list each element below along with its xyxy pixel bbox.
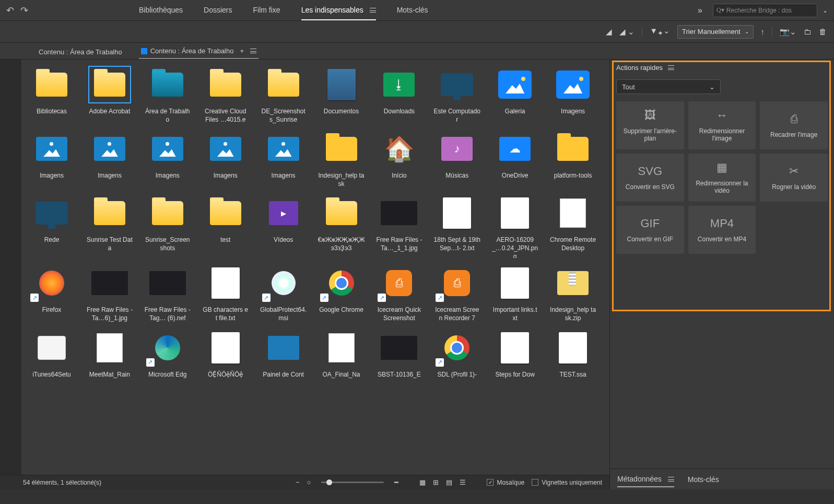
zoom-out-icon[interactable]: − xyxy=(296,478,300,486)
thumbnail[interactable]: ↗ xyxy=(147,330,188,366)
grid-item[interactable]: ÖỆÑÖệÑÖệ xyxy=(202,330,249,379)
grid-item[interactable]: Rede xyxy=(28,195,75,258)
sort-select[interactable]: Trier Manuellement ⌄ xyxy=(677,25,754,39)
quick-action-card[interactable]: ✂Rogner la vidéo xyxy=(760,154,828,202)
view-list-icon[interactable]: ☰ xyxy=(460,478,466,486)
thumbnail[interactable] xyxy=(321,67,362,102)
thumbnail[interactable]: ⭳ xyxy=(379,67,419,102)
thumbnail[interactable] xyxy=(263,67,304,102)
grid-item[interactable]: 🏠Início xyxy=(375,131,422,188)
more-tabs-icon[interactable]: » xyxy=(698,6,702,15)
thumbnail[interactable] xyxy=(437,67,477,102)
mosaic-checkbox[interactable]: Mosaïque xyxy=(487,479,524,486)
zoom-in-icon[interactable]: ━ xyxy=(394,478,398,486)
thumbnail[interactable] xyxy=(379,330,419,366)
forward-arrow-icon[interactable]: ↷ xyxy=(20,5,28,16)
grid-item[interactable]: Bibliotecas xyxy=(28,67,75,124)
thumbnail[interactable] xyxy=(205,265,246,301)
thumbnail[interactable]: ↗ xyxy=(321,265,362,301)
trash-icon[interactable]: 🗑 xyxy=(819,27,827,36)
thumbnail[interactable] xyxy=(495,195,535,231)
histogram-large-icon[interactable]: ◢ ⌄ xyxy=(619,27,635,37)
thumbnail[interactable] xyxy=(31,67,72,102)
quick-action-card[interactable]: ↔Redimensionner l'image xyxy=(688,101,756,149)
grid-item[interactable]: AERO-16209_…0.24_JPN.png xyxy=(491,195,538,258)
thumbnail[interactable] xyxy=(205,131,246,167)
tab-menu-icon[interactable] xyxy=(370,7,376,14)
grid-item[interactable]: platform-tools xyxy=(549,131,596,188)
grid-item[interactable]: Indesign_help task xyxy=(318,131,365,188)
grid-item[interactable]: ☁OneDrive xyxy=(491,131,538,188)
thumbnail[interactable] xyxy=(321,131,362,167)
thumbnail[interactable] xyxy=(495,330,535,366)
quick-action-card[interactable]: ▦Redimensionner la vidéo xyxy=(688,154,756,202)
tab-film-fixe[interactable]: Film fixe xyxy=(253,1,280,20)
grid-item[interactable]: DE_Screenshots_Sunrise xyxy=(260,67,307,124)
grid-item[interactable]: OA_Final_Na xyxy=(318,330,365,379)
thumbnail[interactable] xyxy=(89,330,130,366)
thumbnail[interactable] xyxy=(31,330,72,366)
grid-item[interactable]: TEST.ssa xyxy=(549,330,596,379)
grid-item[interactable]: ↗SDL (Profil 1)- xyxy=(433,330,480,379)
grid-item[interactable]: Área de Trabalho xyxy=(144,67,191,124)
grid-item[interactable]: Painel de Cont xyxy=(260,330,307,379)
grid-item[interactable]: Imagens xyxy=(202,131,249,188)
thumbnail[interactable] xyxy=(89,67,130,102)
thumbnail[interactable]: 🏠 xyxy=(379,131,419,167)
thumbnail[interactable] xyxy=(321,195,362,231)
thumbnail[interactable] xyxy=(263,330,304,366)
grid-item[interactable]: ↗GlobalProtect64.msi xyxy=(260,265,307,322)
grid-item[interactable]: ↗Firefox xyxy=(28,265,75,322)
camera-import-icon[interactable]: 📷⌄ xyxy=(780,27,796,37)
tab-mots-cles[interactable]: Mots-clés xyxy=(397,1,428,20)
grid-item[interactable]: Sunrise Test Data xyxy=(86,195,133,258)
thumbnail[interactable] xyxy=(147,265,188,301)
grid-item[interactable]: Sunrise_Screenshots xyxy=(144,195,191,258)
thumbnail[interactable] xyxy=(147,67,188,102)
thumbnail[interactable] xyxy=(553,330,593,366)
grid-item[interactable]: Indesign_help task.zip xyxy=(549,265,596,322)
thumbnail[interactable] xyxy=(553,265,593,301)
grid-item[interactable]: Galeria xyxy=(491,67,538,124)
thumbnail[interactable]: ☁ xyxy=(495,131,535,167)
grid-item[interactable]: Creative Cloud Files …4015.e xyxy=(202,67,249,124)
thumbnail[interactable]: ▶ xyxy=(263,195,304,231)
grid-item[interactable]: Chrome Remote Desktop xyxy=(549,195,596,258)
thumbnail[interactable] xyxy=(553,131,593,167)
grid-item[interactable]: 18th Sept & 19th Sep…t- 2.txt xyxy=(433,195,480,258)
panel-menu-icon[interactable] xyxy=(668,64,674,72)
filter-icon[interactable]: ▼✦⌄ xyxy=(650,26,670,37)
thumbnail[interactable] xyxy=(89,131,130,167)
view-grid-icon[interactable]: ▦ xyxy=(419,478,426,486)
grid-item[interactable]: Imagens xyxy=(28,131,75,188)
thumbnail[interactable] xyxy=(147,131,188,167)
tab-menu-icon[interactable] xyxy=(668,477,674,483)
thumbnail[interactable] xyxy=(495,265,535,301)
grid-item[interactable]: Free Raw Files - Ta…_1_1.jpg xyxy=(375,195,422,258)
grid-item[interactable]: MeetMat_Rain xyxy=(86,330,133,379)
quick-action-card[interactable]: ⎙Recadrer l'image xyxy=(760,101,828,149)
grid-item[interactable]: ⭳Downloads xyxy=(375,67,422,124)
back-arrow-icon[interactable]: ↶ xyxy=(6,5,14,16)
quick-action-card[interactable]: MP4Convertir en MP4 xyxy=(688,206,756,254)
grid-item[interactable]: ⎙↗Icecream Quick Screenshot xyxy=(375,265,422,322)
thumbnail[interactable]: ↗ xyxy=(263,265,304,301)
thumbnail[interactable] xyxy=(205,195,246,231)
quick-action-card[interactable]: 🖼Supprimer l'arrière-plan xyxy=(616,101,684,149)
thumbnail[interactable]: ♪ xyxy=(437,131,477,167)
thumbnail[interactable] xyxy=(205,67,246,102)
grid-item[interactable]: ▶Vídeos xyxy=(260,195,307,258)
grid-item[interactable]: iTunes64Setu xyxy=(28,330,75,379)
grid-item[interactable]: ♪Músicas xyxy=(433,131,480,188)
thumbnail[interactable] xyxy=(89,195,130,231)
sort-ascending-icon[interactable]: ↑ xyxy=(761,27,765,36)
thumbnail[interactable]: ⎙↗ xyxy=(379,265,419,301)
content-tab-1[interactable]: Contenu : Área de Trabalho xyxy=(37,45,124,59)
histogram-small-icon[interactable]: ◢ xyxy=(606,27,612,37)
tab-indispensables[interactable]: Les indispensables xyxy=(301,1,376,20)
thumbnail[interactable] xyxy=(553,195,593,231)
thumbnail[interactable] xyxy=(495,67,535,102)
grid-item[interactable]: ↗Google Chrome xyxy=(318,265,365,322)
grid-item[interactable]: Free Raw Files - Ta…6)_1.jpg xyxy=(86,265,133,322)
thumbs-only-checkbox[interactable]: Vignettes uniquement xyxy=(532,479,602,486)
